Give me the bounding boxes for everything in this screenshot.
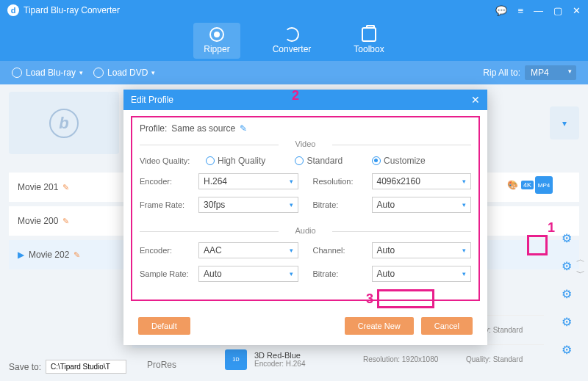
sample-rate-label: Sample Rate: (140, 269, 198, 278)
preset-resolution: Resolution: 1920x1080 (363, 355, 459, 363)
video-bitrate-label: Bitrate: (313, 200, 372, 209)
channel-label: Channel: (313, 246, 372, 255)
disc-icon (93, 68, 104, 78)
output-format-badge[interactable]: 4K MP4 (521, 176, 553, 194)
format-dropdown-toggle[interactable]: ▾ (550, 106, 579, 139)
rip-all-label: Rip All to: (483, 68, 520, 78)
menu-icon[interactable]: ≡ (517, 5, 523, 16)
video-bitrate-select[interactable]: Auto (372, 197, 472, 213)
dialog-header: Edit Profile ✕ (123, 90, 487, 110)
edit-profile-name-icon[interactable]: ✎ (240, 123, 247, 134)
close-icon[interactable]: ✕ (573, 5, 581, 16)
reorder-arrows[interactable]: ︿﹀ (576, 253, 585, 280)
palette-icon[interactable]: 🎨 (507, 180, 520, 193)
resolution-label: Resolution: (313, 177, 372, 186)
channel-value: Auto (377, 245, 395, 255)
save-to-input[interactable] (46, 360, 126, 374)
rip-all-format-select[interactable]: MP4 (525, 65, 576, 80)
load-dvd-label: Load DVD (107, 68, 148, 78)
quality-high-label: High Quality (218, 156, 265, 166)
audio-bitrate-value: Auto (377, 269, 395, 279)
app-logo: d (7, 4, 19, 16)
disc-icon (12, 68, 22, 78)
movie-name: Movie 200 (18, 216, 58, 226)
preset-row[interactable]: 3D 3D Red-BlueEncoder: H.264 Resolution:… (220, 344, 544, 374)
audio-bitrate-label: Bitrate: (313, 269, 372, 278)
frame-rate-value: 30fps (204, 200, 225, 210)
frame-rate-label: Frame Rate: (140, 200, 198, 209)
audio-encoder-value: AAC (204, 245, 222, 255)
settings-gear-icon[interactable]: ⚙ (560, 259, 573, 272)
video-encoder-select[interactable]: H.264 (198, 173, 298, 189)
create-new-button[interactable]: Create New (345, 317, 414, 335)
chevron-down-icon: ▾ (151, 69, 155, 76)
profile-value: Same as source (171, 123, 235, 134)
play-icon: ▶ (18, 250, 24, 260)
app-name: Tipard Blu-ray Converter (24, 5, 120, 15)
video-encoder-value: H.264 (204, 176, 227, 186)
default-button[interactable]: Default (138, 317, 190, 335)
audio-section-header: Audio (140, 226, 471, 235)
callout-1-box (527, 235, 548, 255)
save-to-label: Save to: (9, 362, 41, 372)
audio-encoder-label: Encoder: (140, 246, 198, 255)
edit-icon[interactable]: ✎ (74, 250, 80, 260)
rip-all-format-value: MP4 (531, 68, 549, 78)
audio-bitrate-select[interactable]: Auto (372, 266, 472, 282)
chevron-down-icon: ▾ (79, 69, 83, 76)
tab-ripper-label: Ripper (204, 44, 229, 54)
quality-customize-label: Customize (384, 156, 426, 166)
edit-icon[interactable]: ✎ (62, 183, 69, 192)
movie-name: Movie 201 (18, 182, 58, 192)
quality-customize-radio[interactable]: Customize (372, 156, 426, 166)
format-4k-label: 4K (521, 181, 534, 189)
tab-ripper[interactable]: Ripper (193, 23, 240, 59)
load-bluray-label: Load Blu-ray (26, 68, 76, 78)
ripper-icon (209, 27, 224, 42)
tab-toolbox[interactable]: Toolbox (343, 23, 394, 59)
video-bitrate-value: Auto (377, 200, 395, 210)
channel-select[interactable]: Auto (372, 242, 472, 258)
load-bluray-button[interactable]: Load Blu-ray▾ (12, 68, 83, 78)
sample-rate-select[interactable]: Auto (198, 266, 298, 282)
quality-standard-label: Standard (306, 156, 343, 166)
resolution-select[interactable]: 4096x2160 (372, 173, 472, 189)
toolbox-icon (362, 27, 376, 42)
format-category[interactable]: ProRes (132, 348, 220, 381)
video-encoder-label: Encoder: (140, 177, 198, 186)
callout-3: 3 (366, 291, 373, 307)
cancel-button[interactable]: Cancel (421, 317, 473, 335)
maximize-icon[interactable]: ▢ (553, 5, 562, 16)
settings-gear-icon[interactable]: ⚙ (560, 231, 573, 244)
source-thumbnail[interactable]: b (9, 92, 119, 154)
format-ext-label: MP4 (535, 176, 553, 194)
converter-icon (284, 27, 299, 42)
movie-name: Movie 202 (29, 250, 69, 260)
toolbar: Load Blu-ray▾ Load DVD▾ Rip All to: MP4 (0, 61, 588, 84)
load-dvd-button[interactable]: Load DVD▾ (93, 68, 155, 78)
settings-gear-icon[interactable]: ⚙ (560, 315, 573, 328)
tab-converter-label: Converter (273, 44, 312, 54)
settings-gear-icon[interactable]: ⚙ (560, 287, 573, 300)
callout-3-box (377, 289, 434, 308)
preset-encoder: Encoder: H.264 (254, 360, 356, 368)
tab-toolbox-label: Toolbox (354, 44, 384, 54)
video-section-header: Video (140, 139, 471, 148)
main-tabs: Ripper Converter Toolbox (0, 21, 588, 61)
title-bar: d Tipard Blu-ray Converter 💬 ≡ — ▢ ✕ (0, 0, 588, 21)
resolution-value: 4096x2160 (377, 176, 420, 186)
callout-2: 2 (292, 88, 299, 104)
edit-icon[interactable]: ✎ (62, 217, 69, 226)
minimize-icon[interactable]: — (534, 5, 543, 16)
tab-converter[interactable]: Converter (262, 23, 322, 59)
bluray-icon: b (49, 109, 79, 138)
dialog-close-icon[interactable]: ✕ (471, 94, 480, 106)
quality-high-radio[interactable]: High Quality (206, 156, 265, 166)
frame-rate-select[interactable]: 30fps (198, 197, 298, 213)
save-to-bar: Save to: (9, 360, 126, 374)
settings-gear-icon[interactable]: ⚙ (560, 343, 573, 356)
quality-standard-radio[interactable]: Standard (295, 156, 343, 166)
preset-badge: 3D (225, 349, 247, 370)
audio-encoder-select[interactable]: AAC (198, 242, 298, 258)
feedback-icon[interactable]: 💬 (495, 5, 507, 16)
